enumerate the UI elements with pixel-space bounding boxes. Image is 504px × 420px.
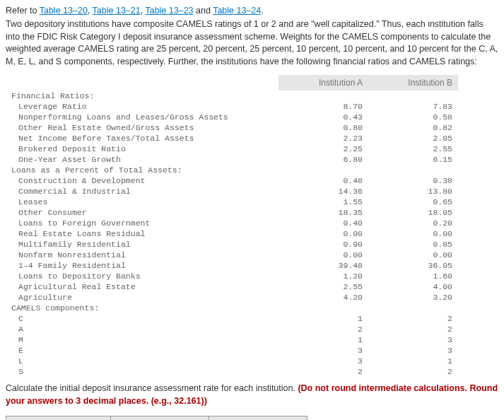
cell-b: 36.05 [368, 260, 458, 271]
link-table-13-21[interactable]: Table 13–21 [93, 6, 141, 16]
cell-b: 2 [368, 313, 458, 324]
row-label: Net Income Before Taxes/Total Assets [6, 133, 279, 144]
row-label: Agricultural Real Estate [6, 281, 279, 292]
row-label: Loans to Foreign Government [6, 218, 279, 228]
cell-a: 2 [279, 324, 368, 334]
row-label: Leverage Ratio [6, 101, 279, 112]
cell-b: 3 [368, 334, 458, 345]
section-camels: CAMELS components: [6, 303, 458, 313]
cell-a: 0.00 [279, 228, 368, 239]
cell-b: 18.05 [368, 207, 458, 218]
cell-b: 2 [368, 324, 458, 334]
cell-b: 13.80 [368, 186, 458, 197]
cell-b: 1 [368, 356, 458, 366]
cell-b: 3 [368, 345, 458, 356]
answer-table: Institution A Institution B Initial asse… [6, 416, 307, 420]
row-label: Brokered Deposit Ratio [6, 144, 279, 154]
cell-b: 3.20 [368, 292, 458, 303]
header-spacer [6, 75, 279, 91]
row-label: A [6, 324, 279, 334]
cell-a: 3 [279, 356, 368, 366]
cell-a: 2 [279, 366, 368, 377]
answer-header-a: Institution A [111, 416, 209, 421]
refer-prefix: Refer to [6, 6, 40, 16]
cell-a: 6.80 [279, 154, 368, 165]
problem-paragraph: Two depository institutions have composi… [6, 18, 498, 68]
row-label: E [6, 345, 279, 356]
cell-a: 0.90 [279, 239, 368, 250]
section-loans-percent: Loans as a Percent of Total Assets: [6, 165, 458, 175]
row-label: Leases [6, 197, 279, 207]
row-label: M [6, 334, 279, 345]
link-table-13-20[interactable]: Table 13–20 [40, 6, 88, 16]
cell-b: 2.55 [368, 144, 458, 154]
cell-a: 1.55 [279, 197, 368, 207]
cell-a: 1 [279, 313, 368, 324]
calculation-instruction: Calculate the initial deposit insurance … [6, 383, 498, 407]
cell-a: 39.48 [279, 260, 368, 271]
cell-a: 18.35 [279, 207, 368, 218]
cell-b: 4.00 [368, 281, 458, 292]
cell-a: 2.25 [279, 144, 368, 154]
cell-a: 0.48 [279, 175, 368, 186]
cell-a: 8.70 [279, 101, 368, 112]
header-institution-a: Institution A [279, 75, 368, 91]
refer-line: Refer to Table 13–20, Table 13–21, Table… [6, 6, 498, 16]
cell-a: 4.20 [279, 292, 368, 303]
row-label: Loans to Depository Banks [6, 271, 279, 281]
cell-a: 1.20 [279, 271, 368, 281]
cell-b: 0.00 [368, 250, 458, 260]
cell-b: 0.20 [368, 218, 458, 228]
row-label: 1–4 Family Residential [6, 260, 279, 271]
cell-a: 1 [279, 334, 368, 345]
row-label: Multifamily Residential [6, 239, 279, 250]
row-label: C [6, 313, 279, 324]
row-label: Construction & Development [6, 175, 279, 186]
cell-b: 0.82 [368, 122, 458, 133]
cell-a: 3 [279, 345, 368, 356]
link-table-13-23[interactable]: Table 13–23 [145, 6, 193, 16]
cell-b: 1.60 [368, 271, 458, 281]
cell-a: 0.43 [279, 112, 368, 122]
calc-text: Calculate the initial deposit insurance … [6, 383, 298, 393]
header-institution-b: Institution B [368, 75, 458, 91]
row-label: Other Consumer [6, 207, 279, 218]
answer-header-b: Institution B [209, 416, 307, 421]
row-label: Nonperforming Loans and Leases/Gross Ass… [6, 112, 279, 122]
cell-b: 0.65 [368, 197, 458, 207]
row-label: S [6, 366, 279, 377]
row-label: One-Year Asset Growth [6, 154, 279, 165]
cell-a: 0.40 [279, 218, 368, 228]
cell-b: 2.05 [368, 133, 458, 144]
data-table: Institution A Institution B Financial Ra… [6, 75, 458, 377]
row-label: L [6, 356, 279, 366]
answer-header-spacer [6, 416, 111, 421]
row-label: Commercial & Industrial [6, 186, 279, 197]
cell-b: 0.58 [368, 112, 458, 122]
cell-b: 0.38 [368, 175, 458, 186]
row-label: Other Real Estate Owned/Gross Assets [6, 122, 279, 133]
cell-b: 0.85 [368, 239, 458, 250]
row-label: Agriculture [6, 292, 279, 303]
section-financial-ratios: Financial Ratios: [6, 91, 458, 101]
cell-a: 0.80 [279, 122, 368, 133]
row-label: Nonfarm Nonresidential [6, 250, 279, 260]
cell-b: 2 [368, 366, 458, 377]
cell-a: 2.23 [279, 133, 368, 144]
cell-b: 6.15 [368, 154, 458, 165]
cell-b: 0.00 [368, 228, 458, 239]
cell-a: 14.36 [279, 186, 368, 197]
cell-b: 7.83 [368, 101, 458, 112]
cell-a: 2.55 [279, 281, 368, 292]
link-table-13-24[interactable]: Table 13–24 [213, 6, 261, 16]
row-label: Real Estate Loans Residual [6, 228, 279, 239]
cell-a: 0.00 [279, 250, 368, 260]
